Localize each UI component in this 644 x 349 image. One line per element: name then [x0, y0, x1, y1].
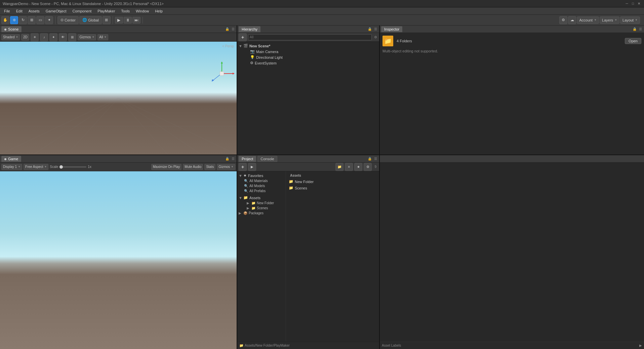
- 2d-btn[interactable]: 2D: [21, 34, 29, 41]
- scene-viewport[interactable]: < Persp: [0, 42, 237, 155]
- project-list-btn[interactable]: ≡: [345, 163, 353, 171]
- menu-tools[interactable]: Tools: [118, 8, 132, 14]
- inspector-lock-btn[interactable]: 🔒: [632, 27, 637, 32]
- layers-dropdown[interactable]: Layers ▼: [600, 16, 619, 24]
- grid-btn[interactable]: ⊞: [103, 16, 111, 24]
- asset-scenes-icon: 📁: [289, 186, 293, 190]
- move-tool-btn[interactable]: ⊕: [10, 16, 18, 24]
- game-lock-btn[interactable]: 🔒: [225, 157, 230, 161]
- menu-edit[interactable]: Edit: [13, 8, 25, 14]
- top-row: Scene 🔒 ☰ Shaded ▼ 2D ☀ ♪ ✦ 👁 ⊞: [0, 26, 644, 155]
- all-materials-item[interactable]: 🔍 All Materials: [237, 178, 286, 183]
- right-bottom-content: [380, 163, 644, 342]
- hierarchy-lock-btn[interactable]: 🔒: [367, 27, 372, 32]
- rotate-tool-btn[interactable]: ↻: [19, 16, 27, 24]
- favorites-section[interactable]: ▼ ★ Favorites: [237, 173, 286, 178]
- minimize-btn[interactable]: ─: [625, 1, 629, 6]
- hierarchy-search[interactable]: [248, 34, 372, 40]
- hierarchy-menu-btn[interactable]: ☰: [373, 27, 378, 32]
- scene-lock-btn[interactable]: 🔒: [225, 27, 230, 32]
- scale-thumb[interactable]: [59, 165, 63, 169]
- display-dropdown[interactable]: Display 1 ▼: [1, 164, 22, 170]
- step-btn[interactable]: ⏭: [132, 17, 140, 24]
- scene-label: New Scene*: [249, 44, 270, 48]
- hierarchy-scene-root[interactable]: ▼ 🎬 New Scene*: [237, 43, 379, 49]
- project-menu-btn[interactable]: ☰: [373, 157, 378, 161]
- scene-icon: 🎬: [243, 44, 248, 48]
- stats-btn[interactable]: Stats: [204, 164, 215, 170]
- scale-track[interactable]: [59, 166, 86, 168]
- asset-new-folder[interactable]: 📁 New Folder: [287, 178, 378, 185]
- game-tab[interactable]: Game: [1, 156, 21, 162]
- project-search-toggle[interactable]: ▶: [248, 163, 256, 171]
- inspector-options: 🔒 ☰: [632, 27, 643, 32]
- menu-component[interactable]: Component: [70, 8, 94, 14]
- play-btn[interactable]: ▶: [115, 17, 123, 24]
- scene-panel: Scene 🔒 ☰ Shaded ▼ 2D ☀ ♪ ✦ 👁 ⊞: [0, 26, 237, 155]
- center-label: Center: [65, 18, 76, 22]
- hierarchy-main-camera[interactable]: 📷 Main Camera: [237, 49, 379, 54]
- center-btn[interactable]: ⊙ Center: [57, 16, 79, 24]
- scene-menu-btn[interactable]: ☰: [231, 27, 235, 32]
- aspect-dropdown[interactable]: Free Aspect ▼: [24, 164, 48, 170]
- menu-playmaker[interactable]: PlayMaker: [95, 8, 118, 14]
- gizmos-dropdown[interactable]: Gizmos ▼: [78, 34, 96, 40]
- folder-icon-large: 📁: [383, 36, 393, 46]
- scenes-item[interactable]: ▶ 📁 Scenes: [237, 206, 286, 211]
- scale-tool-btn[interactable]: ⊞: [28, 16, 36, 24]
- open-button[interactable]: Open: [625, 38, 641, 44]
- scene-audio-btn[interactable]: ♪: [40, 33, 48, 41]
- hand-tool-btn[interactable]: ✋: [1, 16, 9, 24]
- pause-btn[interactable]: ⏸: [124, 17, 132, 24]
- favorites-icon: ★: [243, 173, 247, 178]
- all-models-item[interactable]: 🔍 All Models: [237, 183, 286, 188]
- scene-expand-arrow: ▼: [239, 44, 242, 48]
- console-tab[interactable]: Console: [257, 156, 277, 162]
- scene-tab[interactable]: Scene: [1, 26, 22, 32]
- scene-light-btn[interactable]: ☀: [31, 33, 39, 41]
- menu-assets[interactable]: Assets: [26, 8, 42, 14]
- project-tab[interactable]: Project: [239, 156, 256, 162]
- game-menu-btn[interactable]: ☰: [231, 157, 235, 161]
- game-gizmos-dropdown[interactable]: Gizmos ▼: [217, 164, 235, 170]
- game-viewport[interactable]: [0, 171, 237, 349]
- scene-hidden-btn[interactable]: 👁: [59, 33, 67, 41]
- close-btn[interactable]: ✕: [637, 1, 641, 6]
- project-fav-btn[interactable]: ★: [354, 163, 362, 171]
- maximize-on-play-btn[interactable]: Maximize On Play: [151, 164, 182, 170]
- hierarchy-event-system[interactable]: ⚙ EventSystem: [237, 60, 379, 66]
- project-lock-btn[interactable]: 🔒: [367, 157, 372, 161]
- global-btn[interactable]: 🌐 Global: [79, 16, 102, 24]
- shading-dropdown[interactable]: Shaded ▼: [1, 34, 20, 40]
- rect-tool-btn[interactable]: ▭: [36, 16, 44, 24]
- layout-dropdown[interactable]: Layout ▼: [620, 16, 640, 24]
- project-options-btn[interactable]: ⚙: [364, 163, 372, 171]
- project-folder-icon[interactable]: 📁: [335, 163, 344, 171]
- cloud-btn[interactable]: ☁: [568, 16, 576, 24]
- scene-all-dropdown[interactable]: All ▼: [97, 34, 108, 40]
- scene-grid-btn[interactable]: ⊞: [68, 33, 76, 41]
- hierarchy-tab[interactable]: Hierarchy: [239, 26, 260, 32]
- menu-window[interactable]: Window: [133, 8, 152, 14]
- scene-fx-btn[interactable]: ✦: [49, 33, 57, 41]
- assets-section[interactable]: ▼ 📁 Assets: [237, 195, 286, 201]
- hierarchy-add-btn[interactable]: +: [239, 33, 247, 41]
- project-toolbar: + ▶ 📁 ≡ ★ ⚙ 9: [237, 163, 379, 171]
- menu-file[interactable]: File: [1, 8, 13, 14]
- all-prefabs-item[interactable]: 🔍 All Prefabs: [237, 188, 286, 193]
- account-dropdown[interactable]: Account ▼: [577, 16, 599, 24]
- mute-audio-btn[interactable]: Mute Audio: [183, 164, 203, 170]
- transform-tool-btn[interactable]: ✦: [45, 16, 53, 24]
- menu-gameobject[interactable]: GameObject: [43, 8, 69, 14]
- asset-scenes[interactable]: 📁 Scenes: [287, 185, 378, 191]
- inspector-menu-btn[interactable]: ☰: [638, 27, 643, 32]
- collab-icon[interactable]: ⚙: [559, 16, 567, 24]
- packages-item[interactable]: ▶ 📦 Packages: [237, 211, 286, 216]
- menu-help[interactable]: Help: [152, 8, 165, 14]
- maximize-btn[interactable]: □: [631, 1, 635, 6]
- project-add-btn[interactable]: +: [239, 163, 247, 171]
- new-folder-item[interactable]: ▶ 📁 New Folder: [237, 201, 286, 206]
- inspector-tab[interactable]: Inspector: [381, 26, 402, 32]
- new-folder-folder-icon: 📁: [251, 201, 255, 205]
- hierarchy-directional-light[interactable]: 💡 Directional Light: [237, 54, 379, 60]
